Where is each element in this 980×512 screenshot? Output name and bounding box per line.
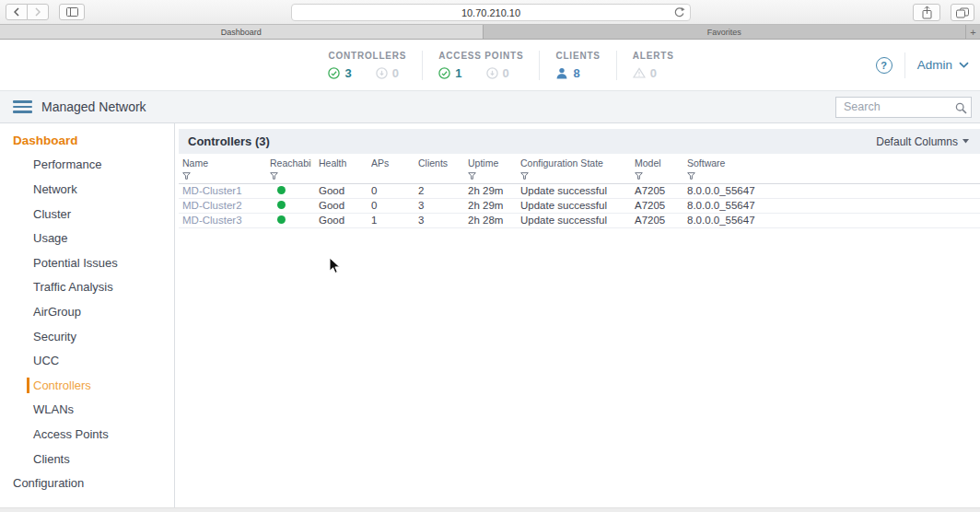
sidebar-item-clients[interactable]: Clients xyxy=(0,447,174,471)
column-header-aps[interactable]: APs xyxy=(368,154,414,184)
aps-up-count: 1 xyxy=(455,66,461,80)
filter-icon[interactable] xyxy=(270,172,278,180)
sidebar-item-label: Access Points xyxy=(33,427,109,441)
tab-label: Dashboard xyxy=(221,28,262,37)
column-header-clients[interactable]: Clients xyxy=(414,154,464,184)
sidebar-item-dashboard[interactable]: Dashboard xyxy=(0,128,174,153)
controller-name-link[interactable]: MD-Cluster1 xyxy=(179,184,266,199)
column-header-model[interactable]: Model xyxy=(631,154,683,184)
url-text: 10.70.210.10 xyxy=(461,7,520,18)
address-bar[interactable]: 10.70.210.10 xyxy=(291,4,691,21)
sidebar-item-label: AirGroup xyxy=(33,305,81,319)
plus-icon: + xyxy=(970,27,975,38)
sidebar-item-network[interactable]: Network xyxy=(0,177,174,202)
columns-dropdown[interactable]: Default Columns xyxy=(876,135,980,148)
sidebar-item-ucc[interactable]: UCC xyxy=(0,348,174,373)
alerts-count: 0 xyxy=(650,66,657,80)
share-icon xyxy=(921,6,933,19)
sidebar-item-label: UCC xyxy=(33,354,59,367)
model-cell: A7205 xyxy=(631,184,683,199)
stat-alerts[interactable]: ALERTS 0 xyxy=(616,51,690,80)
main-panel: Controllers (3) Default Columns Name Rea… xyxy=(175,123,980,512)
sidebar-item-access-points[interactable]: Access Points xyxy=(0,422,174,447)
controller-name-link[interactable]: MD-Cluster3 xyxy=(179,214,266,228)
uptime-cell: 2h 28m xyxy=(464,214,517,228)
new-tab-button[interactable]: + xyxy=(965,25,980,39)
table-row[interactable]: MD-Cluster1 Good 0 2 2h 29m Update succe… xyxy=(179,184,980,199)
sidebar-item-label: Traffic Analysis xyxy=(33,280,113,294)
tab-favorites[interactable]: Favorites xyxy=(484,25,966,39)
table-row[interactable]: MD-Cluster2 Good 0 3 2h 29m Update succe… xyxy=(179,199,980,214)
column-header-reachability[interactable]: Reachabilit... xyxy=(266,154,315,184)
managed-network-bar: Managed Network xyxy=(0,90,980,123)
sidebar-toggle-button[interactable] xyxy=(59,4,85,20)
stat-label: ALERTS xyxy=(633,51,674,61)
filter-icon[interactable] xyxy=(687,172,695,180)
window-bottom-edge xyxy=(0,507,980,512)
user-menu[interactable]: Admin xyxy=(917,58,969,72)
sidebar-item-airgroup[interactable]: AirGroup xyxy=(0,299,174,324)
triangle-down-icon xyxy=(962,139,969,144)
panel-header: Controllers (3) Default Columns xyxy=(179,129,980,154)
sidebar-item-wlans[interactable]: WLANs xyxy=(0,398,174,423)
forward-button[interactable] xyxy=(27,4,49,20)
forward-icon xyxy=(35,7,41,17)
back-button[interactable] xyxy=(6,4,28,20)
sidebar-item-label: Cluster xyxy=(33,207,71,221)
reload-button[interactable] xyxy=(673,6,685,20)
software-cell: 8.0.0.0_55647 xyxy=(683,214,980,228)
filter-icon[interactable] xyxy=(520,172,529,180)
column-header-software[interactable]: Software xyxy=(683,154,980,184)
sidebar-item-label: Performance xyxy=(33,157,101,171)
controller-name-link[interactable]: MD-Cluster2 xyxy=(179,199,266,214)
stat-label: CONTROLLERS xyxy=(328,51,406,61)
controllers-down-count: 0 xyxy=(392,66,399,80)
software-cell: 8.0.0.0_55647 xyxy=(683,199,980,214)
tab-dashboard[interactable]: Dashboard xyxy=(0,25,484,39)
sidebar-item-traffic-analysis[interactable]: Traffic Analysis xyxy=(0,275,174,300)
aps-down-count: 0 xyxy=(503,66,509,80)
stat-controllers[interactable]: CONTROLLERS 3 0 xyxy=(312,51,422,80)
sidebar-item-cluster[interactable]: Cluster xyxy=(0,202,174,227)
divider xyxy=(904,52,905,78)
hamburger-menu-icon[interactable] xyxy=(13,100,32,113)
stat-label: CLIENTS xyxy=(555,51,600,61)
sidebar-item-configuration[interactable]: Configuration xyxy=(0,471,174,495)
sidebar-item-security[interactable]: Security xyxy=(0,324,174,349)
sidebar-item-usage[interactable]: Usage xyxy=(0,226,174,250)
selected-indicator xyxy=(27,378,29,393)
health-cell: Good xyxy=(315,184,368,199)
panel-title: Controllers (3) xyxy=(179,134,270,148)
help-button[interactable]: ? xyxy=(876,57,892,74)
columns-dropdown-label: Default Columns xyxy=(876,135,958,148)
column-header-configuration-state[interactable]: Configuration State xyxy=(517,154,631,184)
clients-count: 8 xyxy=(573,66,579,80)
table-row[interactable]: MD-Cluster3 Good 1 3 2h 28m Update succe… xyxy=(179,214,980,228)
status-up-dot xyxy=(277,215,286,224)
search-input[interactable] xyxy=(835,97,972,118)
stat-clients[interactable]: CLIENTS 8 xyxy=(539,51,615,80)
sidebar-item-performance[interactable]: Performance xyxy=(0,153,174,178)
column-header-name[interactable]: Name xyxy=(179,154,266,184)
filter-icon[interactable] xyxy=(468,172,476,180)
column-header-health[interactable]: Health xyxy=(315,154,368,184)
column-header-uptime[interactable]: Uptime xyxy=(464,154,517,184)
filter-icon[interactable] xyxy=(635,172,643,180)
stat-access-points[interactable]: ACCESS POINTS 1 0 xyxy=(422,51,539,80)
sidebar-item-label: Potential Issues xyxy=(33,256,118,270)
tab-overview-button[interactable] xyxy=(951,4,974,21)
tab-bar: Dashboard Favorites + xyxy=(0,25,980,40)
content-area: Dashboard Performance Network Cluster Us… xyxy=(0,123,980,512)
reachability-cell xyxy=(266,199,315,214)
config-state-cell: Update successful xyxy=(517,199,631,214)
back-icon xyxy=(14,7,19,17)
sidebar-item-label: Dashboard xyxy=(13,134,78,147)
sidebar-item-controllers[interactable]: Controllers xyxy=(0,373,174,398)
filter-icon[interactable] xyxy=(182,172,191,180)
person-icon xyxy=(555,67,568,79)
search-icon[interactable] xyxy=(955,101,967,118)
sidebar-item-potential-issues[interactable]: Potential Issues xyxy=(0,250,174,275)
share-button[interactable] xyxy=(913,4,940,21)
aps-cell: 0 xyxy=(368,184,414,199)
health-cell: Good xyxy=(315,199,368,214)
